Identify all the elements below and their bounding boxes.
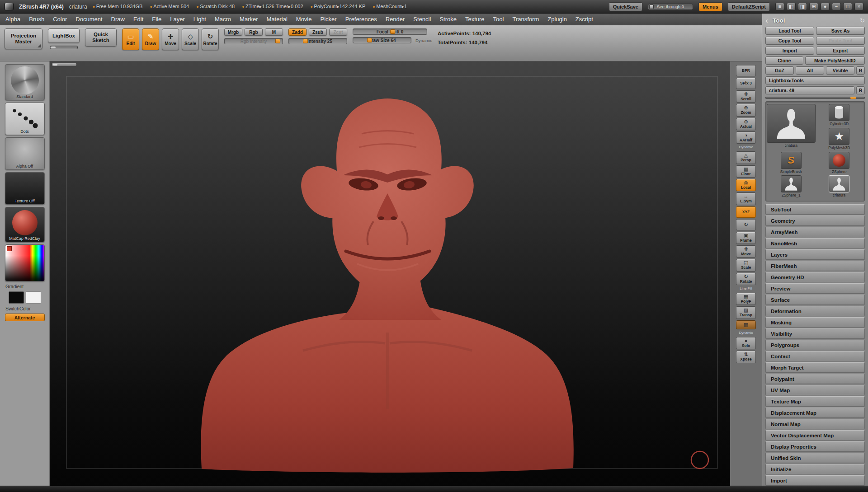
see-through-slider[interactable]: See-through 0 bbox=[648, 4, 693, 10]
color-picker[interactable] bbox=[5, 244, 45, 281]
menu-item[interactable]: Texture bbox=[465, 16, 485, 23]
scale-gizmo-button[interactable]: ◱ Scale bbox=[736, 259, 756, 271]
tool-section-header[interactable]: Initialize bbox=[765, 464, 865, 474]
make-polymesh3d-button[interactable]: Make PolyMesh3D bbox=[805, 56, 865, 65]
draw-mode-button[interactable]: ✎ Draw bbox=[142, 28, 159, 50]
lock-icon[interactable]: ● bbox=[821, 3, 830, 10]
interface-sliders-icon[interactable]: ≡ bbox=[775, 3, 784, 10]
menu-item[interactable]: Movie bbox=[296, 16, 312, 23]
polyframe-button[interactable]: ▦ PolyF bbox=[736, 293, 756, 305]
tool-section-header[interactable]: Texture Map bbox=[765, 396, 865, 407]
menu-item[interactable]: Tool bbox=[493, 16, 504, 23]
dock-left-icon[interactable]: ◧ bbox=[787, 3, 796, 10]
draw-size-handle[interactable] bbox=[367, 38, 372, 42]
ghost-button[interactable]: ▩ bbox=[736, 320, 756, 329]
palette-grid-icon[interactable]: ⊞ bbox=[809, 3, 818, 10]
dynamic-solo-label[interactable]: Dynamic bbox=[736, 331, 756, 336]
goz-r-button[interactable]: R bbox=[856, 66, 865, 75]
simplebrush-thumbnail[interactable]: S bbox=[781, 152, 802, 169]
focal-shift-slider[interactable]: Focal Shift 0 bbox=[353, 28, 427, 35]
main-color-swatch[interactable] bbox=[9, 291, 24, 304]
save-as-button[interactable]: Save As bbox=[816, 27, 865, 35]
menu-item[interactable]: Marker bbox=[240, 16, 258, 23]
load-tool-button[interactable]: Load Tool bbox=[765, 27, 814, 35]
move-gizmo-button[interactable]: ✚ Move bbox=[736, 245, 756, 258]
mrgb-button[interactable]: Mrgb bbox=[224, 28, 242, 36]
lightbox-button[interactable]: LightBox bbox=[48, 28, 80, 43]
copy-tool-button[interactable]: Copy Tool bbox=[765, 37, 814, 45]
dynamic-persp-label[interactable]: Dynamic bbox=[736, 145, 756, 150]
rgb-intensity-slider[interactable]: Rgb Intensity bbox=[224, 38, 283, 44]
menu-item[interactable]: Transform bbox=[512, 16, 539, 23]
z-intensity-handle[interactable] bbox=[303, 39, 308, 43]
zsphere-thumbnail[interactable] bbox=[829, 152, 849, 169]
active-tool-thumbnail[interactable] bbox=[767, 104, 816, 143]
tool-section-header[interactable]: Polygroups bbox=[765, 340, 865, 350]
brush-selector[interactable]: Standard bbox=[5, 64, 45, 100]
zsub-button[interactable]: Zsub bbox=[309, 28, 327, 36]
collapse-panel-icon[interactable]: ‹ bbox=[765, 17, 773, 24]
rotate-mode-button[interactable]: ↻ Rotate bbox=[202, 28, 219, 50]
projection-master-button[interactable]: Projection Master bbox=[5, 28, 42, 49]
menu-item[interactable]: File bbox=[152, 16, 161, 23]
tool-section-header[interactable]: Display Properties bbox=[765, 441, 865, 452]
spin-button[interactable]: ↻ bbox=[736, 219, 756, 230]
menu-item[interactable]: Draw bbox=[111, 16, 125, 23]
material-selector[interactable]: MatCap RedClay bbox=[5, 207, 45, 242]
menu-item[interactable]: Render bbox=[386, 16, 405, 23]
menu-item[interactable]: Edit bbox=[133, 16, 143, 23]
restore-icon[interactable]: □ bbox=[843, 3, 852, 10]
zcut-button[interactable]: Zcut bbox=[329, 28, 347, 36]
spix-slider[interactable]: SPix 3 bbox=[736, 78, 756, 89]
see-through-handle[interactable] bbox=[649, 5, 654, 9]
import-tool-button[interactable]: Import bbox=[765, 47, 814, 55]
default-zscript-button[interactable]: DefaultZScript bbox=[728, 2, 770, 11]
restore-configuration-icon[interactable]: ↻ bbox=[860, 17, 865, 24]
move-mode-button[interactable]: ✚ Move bbox=[162, 28, 179, 50]
tool-section-header[interactable]: Morph Target bbox=[765, 362, 865, 373]
menu-item[interactable]: Layer bbox=[170, 16, 185, 23]
rgb-button[interactable]: Rgb bbox=[245, 28, 263, 36]
minimize-icon[interactable]: − bbox=[832, 3, 841, 10]
focal-shift-handle[interactable] bbox=[390, 29, 395, 34]
menu-item[interactable]: Picker bbox=[321, 16, 337, 23]
tool-section-header[interactable]: SubTool bbox=[765, 204, 865, 215]
menu-item[interactable]: Zscript bbox=[576, 16, 593, 23]
switch-color-label[interactable]: SwitchColor bbox=[5, 306, 31, 311]
tool-item-slider[interactable] bbox=[765, 97, 865, 99]
floor-button[interactable]: ▦ Floor bbox=[736, 165, 756, 178]
zadd-button[interactable]: Zadd bbox=[288, 28, 307, 36]
actual-size-button[interactable]: ⊙ Actual bbox=[736, 118, 756, 130]
menu-item[interactable]: Zplugin bbox=[547, 16, 567, 23]
menu-item[interactable]: Preferences bbox=[345, 16, 377, 23]
goz-visible-button[interactable]: Visible bbox=[826, 66, 854, 75]
zsphere1-thumbnail[interactable] bbox=[781, 175, 802, 192]
sculpt-viewport[interactable] bbox=[50, 61, 730, 486]
tool-section-header[interactable]: Deformation bbox=[765, 306, 865, 316]
lsym-button[interactable]: ↔ L.Sym bbox=[736, 192, 756, 205]
tool-section-header[interactable]: Import bbox=[765, 475, 865, 486]
edit-mode-button[interactable]: ▭ Edit bbox=[122, 28, 139, 50]
menu-item[interactable]: Color bbox=[53, 16, 67, 23]
stroke-selector[interactable]: Dots bbox=[5, 103, 45, 135]
document-canvas[interactable] bbox=[50, 61, 730, 486]
tool-section-header[interactable]: Geometry HD bbox=[765, 272, 865, 282]
clone-button[interactable]: Clone bbox=[765, 56, 803, 65]
menu-item[interactable]: Alpha bbox=[5, 16, 20, 23]
frame-button[interactable]: ▣ Frame bbox=[736, 232, 756, 244]
rotate-gizmo-button[interactable]: ↻ Rotate bbox=[736, 273, 756, 285]
secondary-color-swatch[interactable] bbox=[26, 291, 41, 304]
m-button[interactable]: M bbox=[265, 28, 283, 36]
menu-item[interactable]: Document bbox=[75, 16, 102, 23]
tool-section-header[interactable]: Masking bbox=[765, 317, 865, 328]
creature-bust-model[interactable] bbox=[201, 98, 573, 473]
cylinder3d-thumbnail[interactable] bbox=[829, 104, 849, 121]
menu-item[interactable]: Material bbox=[267, 16, 288, 23]
tool-r-button[interactable]: R bbox=[856, 86, 865, 94]
tool-section-header[interactable]: Unified Skin bbox=[765, 453, 865, 463]
aahalf-button[interactable]: ◑ AAHalf bbox=[736, 131, 756, 144]
criatura-thumbnail[interactable] bbox=[829, 175, 849, 192]
polymesh3d-thumbnail[interactable]: ★ bbox=[829, 128, 849, 145]
tool-section-header[interactable]: UV Map bbox=[765, 385, 865, 395]
zoom-button[interactable]: ⊕ Zoom bbox=[736, 104, 756, 116]
